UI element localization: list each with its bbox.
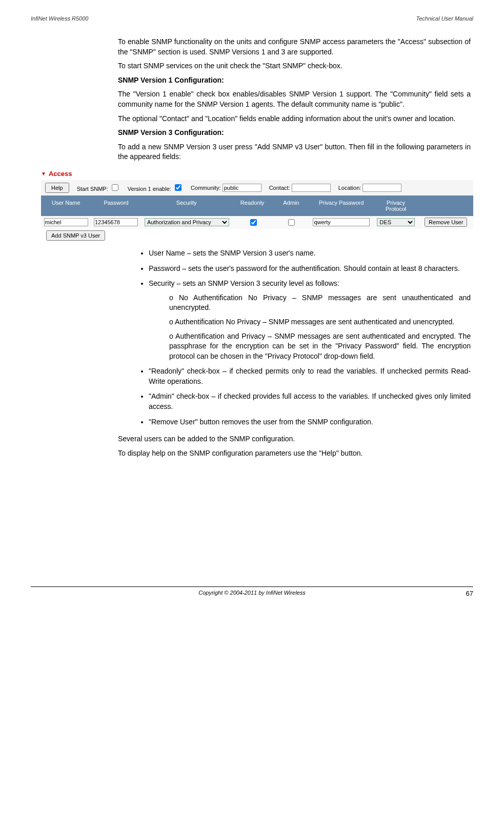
col-admin: Admin: [273, 200, 309, 212]
page-header: InfiNet Wireless R5000 Technical User Ma…: [31, 15, 473, 22]
header-left: InfiNet Wireless R5000: [31, 15, 88, 22]
location-input[interactable]: [362, 184, 401, 192]
col-password: Password: [91, 200, 142, 212]
heading: SNMP Version 3 Configuration:: [118, 128, 471, 138]
username-input[interactable]: [44, 218, 88, 226]
col-readonly: Readonly: [232, 200, 273, 212]
start-snmp-label: Start SNMP:: [77, 183, 120, 192]
add-snmp-user-button[interactable]: Add SNMP v3 User: [46, 230, 105, 241]
security-select[interactable]: Authorization and Privacy: [145, 218, 229, 226]
col-privprot: Privacy Protocol: [373, 200, 419, 212]
page-number: 67: [466, 590, 473, 597]
col-privpass: Privacy Password: [310, 200, 373, 212]
paragraph: To add a new SNMP Version 3 user press "…: [118, 142, 471, 162]
col-username: User Name: [41, 200, 91, 212]
sub-list-item: Authentification and Privacy – SNMP mess…: [169, 331, 471, 362]
remove-user-button[interactable]: Remove User: [425, 218, 467, 227]
sub-list-item: No Authentification No Privacy – SNMP me…: [169, 293, 471, 313]
privacy-protocol-select[interactable]: DES: [377, 218, 415, 226]
col-remove: [419, 200, 473, 212]
access-panel-screenshot: ▼ Access Help Start SNMP: Version 1 enab…: [41, 170, 473, 241]
toolbar: Help Start SNMP: Version 1 enable: Commu…: [41, 180, 473, 195]
readonly-checkbox[interactable]: [250, 219, 257, 226]
triangle-icon: ▼: [41, 171, 46, 177]
access-title: Access: [49, 170, 72, 178]
version1-checkbox[interactable]: [175, 184, 182, 191]
paragraph: The "Version 1 enable" check box enables…: [118, 89, 471, 109]
help-button[interactable]: Help: [45, 183, 69, 193]
password-input[interactable]: [94, 218, 138, 226]
list-item: Password – sets the user's password for …: [149, 264, 471, 274]
paragraph: To display help on the SNMP configuratio…: [118, 448, 471, 459]
version1-label: Version 1 enable:: [128, 183, 183, 192]
list-item: "Remove User" button removes the user fr…: [149, 417, 471, 427]
list-item: Security – sets an SNMP Version 3 securi…: [149, 279, 471, 361]
paragraph: The optional "Contact" and "Location" fi…: [118, 114, 471, 124]
location-label: Location:: [338, 184, 402, 192]
bullet-list: User Name – sets the SNMP Version 3 user…: [128, 248, 471, 427]
list-item: "Readonly" check-box – if checked permit…: [149, 366, 471, 386]
privacy-password-input[interactable]: [313, 218, 370, 226]
paragraph: Several users can be added to the SNMP c…: [118, 434, 471, 444]
paragraph: To start SNMP services on the unit check…: [118, 61, 471, 71]
list-item: "Admin" check-box – if checked provides …: [149, 392, 471, 412]
start-snmp-checkbox[interactable]: [112, 184, 118, 191]
paragraph: To enable SNMP functionality on the unit…: [118, 37, 471, 57]
copyright: Copyright © 2004-2011 by InfiNet Wireles…: [198, 590, 306, 596]
table-header: User Name Password Security Readonly Adm…: [41, 195, 473, 216]
sub-list: No Authentification No Privacy – SNMP me…: [149, 293, 471, 362]
list-item: User Name – sets the SNMP Version 3 user…: [149, 248, 471, 259]
contact-label: Contact:: [269, 184, 331, 192]
sub-list-item: Authentification No Privacy – SNMP messa…: [169, 317, 471, 327]
heading: SNMP Version 1 Configuration:: [118, 75, 471, 86]
access-section-header: ▼ Access: [41, 170, 473, 178]
page-footer: Copyright © 2004-2011 by InfiNet Wireles…: [31, 586, 473, 596]
community-label: Community:: [191, 184, 261, 192]
table-row: Authorization and Privacy DES Remove Use…: [41, 216, 473, 229]
community-input[interactable]: [223, 184, 261, 192]
col-security: Security: [141, 200, 232, 212]
header-right: Technical User Manual: [416, 15, 473, 22]
contact-input[interactable]: [292, 184, 331, 192]
admin-checkbox[interactable]: [288, 219, 295, 226]
